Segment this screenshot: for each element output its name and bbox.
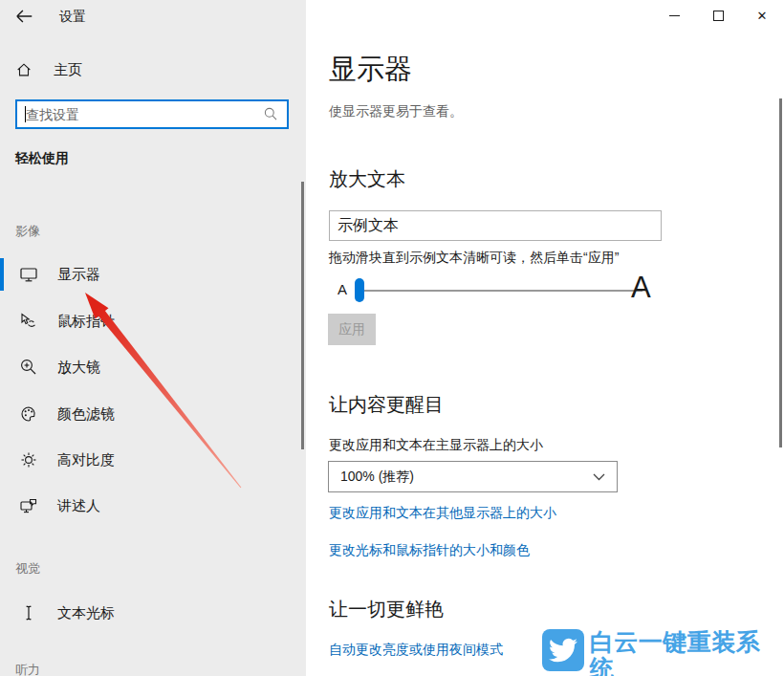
sidebar-item-magnifier[interactable]: 放大镜 bbox=[0, 348, 302, 386]
sidebar-item-label: 鼠标指针 bbox=[57, 313, 115, 331]
maximize-icon bbox=[713, 11, 724, 21]
sidebar-item-label: 显示器 bbox=[57, 266, 100, 284]
magnifier-plus-icon bbox=[19, 358, 38, 377]
high-contrast-icon bbox=[19, 450, 38, 469]
close-icon: ✕ bbox=[757, 10, 768, 22]
link-cursor-pointer-size[interactable]: 更改光标和鼠标指针的大小和颜色 bbox=[329, 542, 530, 559]
slider-instruction: 拖动滑块直到示例文本清晰可读，然后单击“应用” bbox=[329, 250, 619, 267]
app-title: 设置 bbox=[59, 9, 86, 26]
search-icon[interactable] bbox=[263, 106, 279, 122]
window-controls: ✕ bbox=[652, 0, 784, 31]
scale-dropdown[interactable]: 100% (推荐) bbox=[328, 461, 618, 492]
chevron-down-icon bbox=[593, 473, 605, 481]
category-title: 轻松使用 bbox=[15, 150, 69, 167]
color-filter-icon bbox=[19, 404, 38, 424]
scale-dropdown-label: 更改应用和文本在主显示器上的大小 bbox=[329, 437, 543, 454]
sidebar-item-mouse-pointer[interactable]: 鼠标指针 bbox=[0, 302, 302, 340]
maximize-button[interactable] bbox=[696, 0, 740, 31]
sidebar-item-label: 文本光标 bbox=[57, 604, 115, 622]
settings-window: 设置 主页 轻松使用 影像 bbox=[0, 0, 784, 676]
main-content: 显示器 使显示器更易于查看。 放大文本 拖动滑块直到示例文本清晰可读，然后单击“… bbox=[306, 0, 784, 676]
text-caret bbox=[25, 106, 26, 122]
selected-accent-bar bbox=[0, 258, 4, 291]
sidebar-item-label: 高对比度 bbox=[57, 451, 115, 469]
home-icon bbox=[15, 61, 33, 78]
sidebar-item-high-contrast[interactable]: 高对比度 bbox=[0, 441, 302, 479]
text-cursor-icon bbox=[19, 603, 38, 622]
section-heading-make-text-bigger: 放大文本 bbox=[329, 166, 405, 192]
sidebar-item-display[interactable]: 显示器 bbox=[0, 255, 302, 294]
group-header-vision-effects: 影像 bbox=[15, 223, 40, 240]
slider-max-label: A bbox=[631, 271, 651, 305]
sidebar-item-text-cursor[interactable]: 文本光标 bbox=[0, 594, 302, 632]
group-header-vision: 视觉 bbox=[15, 560, 40, 578]
apply-button[interactable]: 应用 bbox=[328, 314, 376, 345]
sample-text-input[interactable] bbox=[329, 210, 662, 241]
group-header-hearing: 听力 bbox=[15, 662, 40, 676]
sidebar-scrollbar[interactable] bbox=[301, 182, 304, 449]
section-heading-make-everything-bigger: 让内容更醒目 bbox=[329, 392, 444, 418]
page-title: 显示器 bbox=[329, 51, 412, 89]
text-size-slider-track[interactable] bbox=[359, 290, 642, 292]
watermark: 白云一键重装系统 www.baiyunxitong.com bbox=[542, 629, 784, 676]
sidebar-item-color-filters[interactable]: 颜色滤镜 bbox=[0, 395, 302, 433]
sidebar-item-label: 放大镜 bbox=[57, 359, 100, 377]
bird-logo-icon bbox=[542, 629, 584, 671]
mouse-pointer-icon bbox=[19, 312, 38, 331]
page-subtitle: 使显示器更易于查看。 bbox=[329, 103, 463, 120]
watermark-brand: 白云一键重装系统 bbox=[590, 629, 784, 676]
minimize-icon bbox=[669, 15, 680, 16]
link-other-displays[interactable]: 更改应用和文本在其他显示器上的大小 bbox=[329, 505, 556, 522]
monitor-icon bbox=[19, 265, 38, 284]
link-brightness-night-mode[interactable]: 自动更改亮度或使用夜间模式 bbox=[329, 642, 503, 659]
slider-min-label: A bbox=[338, 281, 347, 297]
main-scrollbar[interactable] bbox=[779, 98, 782, 447]
watermark-text: 白云一键重装系统 www.baiyunxitong.com bbox=[590, 629, 784, 676]
search-box[interactable] bbox=[15, 99, 289, 129]
close-button[interactable]: ✕ bbox=[740, 0, 784, 31]
sidebar-item-label: 讲述人 bbox=[57, 497, 100, 515]
narrator-icon bbox=[19, 496, 38, 515]
section-heading-make-everything-brighter: 让一切更鲜艳 bbox=[329, 597, 444, 622]
search-input[interactable] bbox=[17, 100, 263, 128]
sidebar-item-narrator[interactable]: 讲述人 bbox=[0, 487, 302, 525]
scale-dropdown-value: 100% (推荐) bbox=[340, 469, 593, 486]
sidebar-item-label: 颜色滤镜 bbox=[57, 405, 115, 424]
home-label: 主页 bbox=[54, 61, 82, 79]
minimize-button[interactable] bbox=[652, 0, 696, 31]
sidebar: 设置 主页 轻松使用 影像 bbox=[0, 0, 306, 676]
arrow-left-icon bbox=[13, 6, 34, 27]
sidebar-item-home[interactable]: 主页 bbox=[15, 57, 283, 82]
back-button[interactable] bbox=[13, 6, 34, 27]
text-size-slider-thumb[interactable] bbox=[355, 278, 364, 302]
